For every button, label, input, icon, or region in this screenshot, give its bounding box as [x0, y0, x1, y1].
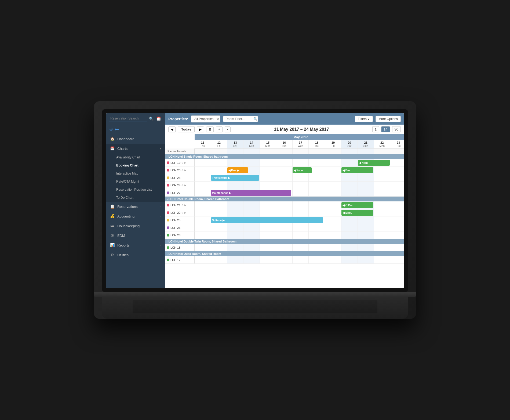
day-20: 20Sat: [341, 140, 358, 148]
prev-button[interactable]: ◀: [168, 126, 176, 132]
cell-lch20-12: [374, 166, 390, 174]
sidebar-item-reservations[interactable]: 📋 Reservations ‹: [106, 202, 165, 211]
day-num-21: 21: [358, 141, 373, 144]
cell-lch22-6: [276, 209, 293, 216]
booking-bar-bus2[interactable]: ◀ Bus: [341, 167, 374, 173]
cell-lch18-2: [211, 244, 227, 251]
status-dot-lch20: [167, 169, 169, 172]
room-label-lch23: LCH 23: [165, 174, 195, 181]
cell-lch28-12: [374, 231, 390, 239]
cell-lch23-13: [390, 174, 404, 181]
day-11: 11Thu: [195, 140, 211, 148]
grid-view-button[interactable]: ⊞: [206, 126, 214, 132]
cell-lch20-3: ◀ Bus ▶: [227, 166, 244, 174]
cell-lch24-13: [390, 182, 404, 189]
cell-lch18-6: [276, 244, 293, 251]
sidebar-item-charts[interactable]: 📅 Charts ▾: [106, 144, 165, 153]
cell-lch17-8: [309, 256, 325, 263]
cell-lch24-2: [211, 182, 227, 189]
day-num-20: 20: [342, 141, 357, 144]
cell-lch17-1: [195, 256, 211, 263]
search-input[interactable]: [109, 116, 147, 121]
cell-lch23-7: [293, 174, 309, 181]
calendar-icon-btn[interactable]: 📅: [156, 116, 161, 121]
sidebar-item-housekeeping[interactable]: 🛏 Housekeeping ‹: [106, 221, 165, 231]
submenu-item-interactive-map[interactable]: Interactive Map: [106, 169, 165, 178]
status-dot-lch24: [167, 184, 169, 187]
table-row: LCH 28: [165, 231, 404, 239]
accounting-icon: 💰: [110, 214, 115, 218]
remove-button[interactable]: -: [225, 126, 231, 132]
submenu-item-rate-ota[interactable]: Rate/OTA Mgmt: [106, 178, 165, 186]
booking-bar-maintenance[interactable]: Maintenance ▶: [211, 190, 291, 196]
next-button[interactable]: ▶: [197, 126, 204, 132]
cell-lch20-5: [260, 166, 276, 174]
group-header-single-shared: - LCH Hotel Single Room, Shared bathroom: [165, 154, 404, 159]
housekeeping-label: Housekeeping: [117, 224, 158, 228]
cell-lch17-7: [293, 256, 309, 263]
room-filter-input[interactable]: [225, 117, 252, 121]
cell-lch21-1: [195, 201, 211, 209]
zoom-14-button[interactable]: 14: [381, 126, 390, 132]
cell-lch21-4: [243, 201, 260, 209]
dashboard-icon: 🏠: [110, 137, 115, 141]
sidebar-item-dashboard[interactable]: 🏠 Dashboard: [106, 134, 165, 144]
cell-lch26-3: [227, 224, 244, 231]
properties-label: Properties:: [168, 117, 188, 121]
calendar-grid: May 2017 11Thu 12Fri 13Sat 14Sun 15Mon 1…: [165, 134, 404, 264]
booking-bar-bus1[interactable]: ◀ Bus ▶: [227, 167, 248, 173]
booking-bar-youn[interactable]: ◀ Youn: [293, 167, 312, 173]
booking-bar-sultana[interactable]: Sultana ▶: [211, 217, 323, 223]
cell-lch22-1: [195, 209, 211, 216]
cell-lch20-1: [195, 166, 211, 174]
cell-lch23-1: [195, 174, 211, 181]
properties-select[interactable]: All Properties: [191, 115, 220, 122]
cell-lch21-10: ◀ O'Con: [341, 201, 358, 209]
day-num-12: 12: [212, 141, 227, 144]
cell-lch28-8: [309, 231, 325, 239]
booking-bar-hone[interactable]: ◀ Hone: [358, 160, 390, 166]
room-cells-lch25: Sultana ▶: [195, 216, 404, 224]
today-button[interactable]: Today: [178, 126, 195, 132]
sidebar-item-accounting[interactable]: 💰 Accounting ‹: [106, 211, 165, 221]
calendar-container[interactable]: May 2017 11Thu 12Fri 13Sat 14Sun 15Mon 1…: [165, 134, 404, 288]
sidebar-item-reports[interactable]: 📊 Reports ‹: [106, 240, 165, 250]
cell-lch28-4: [243, 231, 260, 239]
room-label-lch24: LCH 24 ⊙ ▶: [165, 182, 195, 189]
cell-lch17-4: [243, 256, 260, 263]
more-options-button[interactable]: More Options: [376, 116, 401, 122]
table-row: LCH 22 ⊙ ▶: [165, 209, 404, 216]
zoom-30-button[interactable]: 30: [392, 126, 401, 132]
search-icon-btn[interactable]: 🔍: [148, 116, 154, 121]
booking-bar-macl[interactable]: ◀ MacL: [341, 210, 374, 216]
room-name-lch28: LCH 28: [170, 234, 180, 237]
sidebar-item-edm[interactable]: ✉ EDM ‹: [106, 231, 165, 240]
day-name-22: Mon: [380, 144, 385, 147]
sidebar-item-utilities[interactable]: ⚙ Utilities ‹: [106, 250, 165, 260]
room-label-lch17: LCH 17: [165, 256, 195, 263]
submenu-item-booking[interactable]: Booking Chart: [106, 161, 165, 169]
booking-bar-thistlewaite[interactable]: Thistlewaite ▶: [211, 175, 259, 181]
booking-bar-ocon[interactable]: ◀ O'Con: [341, 202, 374, 208]
day-13: 13Sat: [227, 140, 244, 148]
day-18: 18Thu: [309, 140, 325, 148]
zoom-1-button[interactable]: 1: [372, 126, 379, 132]
add-button[interactable]: +: [216, 126, 223, 132]
se-cell-3: [227, 149, 244, 154]
cell-lch18-3: [227, 244, 244, 251]
day-name-14: Sun: [249, 144, 254, 147]
group-label-single-shared: - LCH Hotel Single Room, Shared bathroom: [167, 155, 228, 158]
cell-lch27-1: [195, 189, 211, 196]
filters-button[interactable]: Filters ∨: [355, 116, 373, 122]
table-row: LCH 27 Maintenance ▶: [165, 189, 404, 197]
group-label-quad: - LCH Hotel Quad Room, Shared Room: [167, 252, 221, 255]
add-icon[interactable]: ⊕: [109, 126, 113, 132]
cell-lch19-1: [195, 159, 211, 166]
submenu-item-todo-chart[interactable]: To Do Chart: [106, 194, 165, 202]
cell-lch20-2: [211, 166, 227, 174]
cell-lch19-6: [276, 159, 293, 166]
cell-lch28-1: [195, 231, 211, 239]
cell-lch18-11: [358, 244, 374, 251]
submenu-item-reservation-position[interactable]: Reservation Position List: [106, 186, 165, 194]
submenu-item-availability[interactable]: Availability Chart: [106, 153, 165, 161]
